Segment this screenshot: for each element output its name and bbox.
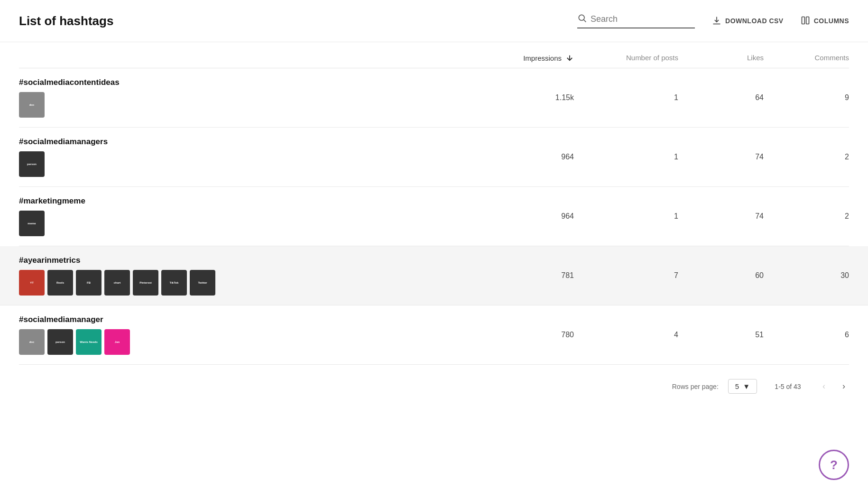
svg-line-1 — [584, 20, 586, 22]
pagination-next-button[interactable]: › — [839, 379, 849, 393]
comments-value: 9 — [764, 93, 849, 102]
thumbnails: doc person Wants Needs Jan — [19, 329, 470, 355]
search-container[interactable] — [577, 13, 695, 28]
columns-icon — [801, 16, 810, 27]
impressions-value: 964 — [470, 212, 574, 221]
download-icon — [712, 16, 721, 27]
table-row: #socialmediamanagers person 964 1 74 2 — [19, 128, 849, 187]
thumbnail: TikTok — [161, 270, 187, 296]
likes-value: 60 — [678, 271, 764, 280]
page-header: List of hashtags DOWNLOAD CSV — [0, 0, 868, 42]
hashtag-name: #socialmediacontentideas — [19, 78, 470, 87]
table-row: #socialmediamanager doc person Wants Nee… — [19, 305, 849, 365]
hashtag-name: #ayearinmetrics — [19, 256, 470, 265]
likes-value: 64 — [678, 93, 764, 102]
download-csv-button[interactable]: DOWNLOAD CSV — [712, 16, 784, 27]
thumbnail: Jan — [104, 329, 130, 355]
hashtag-name: #marketingmeme — [19, 196, 470, 206]
thumbnail: Wants Needs — [76, 329, 102, 355]
col-header-likes: Likes — [678, 54, 764, 62]
likes-value: 74 — [678, 212, 764, 221]
header-actions: DOWNLOAD CSV COLUMNS — [577, 13, 849, 28]
comments-value: 2 — [764, 212, 849, 221]
likes-value: 51 — [678, 331, 764, 339]
chevron-right-icon: › — [842, 381, 845, 391]
impressions-value: 964 — [470, 153, 574, 161]
hashtag-name: #socialmediamanagers — [19, 137, 470, 147]
columns-label: COLUMNS — [814, 17, 849, 25]
chevron-left-icon: ‹ — [822, 381, 825, 391]
thumbnail: chart — [104, 270, 130, 296]
page-title: List of hashtags — [19, 14, 113, 28]
row-left: #marketingmeme meme — [19, 196, 470, 236]
hashtag-name: #socialmediamanager — [19, 315, 470, 324]
table-row: #ayearinmetrics YT Reels FB chart Pinter… — [0, 246, 868, 305]
download-csv-label: DOWNLOAD CSV — [725, 17, 784, 25]
posts-value: 1 — [574, 93, 678, 102]
pagination-prev-button[interactable]: ‹ — [819, 379, 829, 393]
impressions-value: 1.15k — [470, 93, 574, 102]
col-header-posts: Number of posts — [574, 54, 678, 62]
search-input[interactable] — [591, 14, 695, 24]
search-icon — [577, 13, 587, 25]
pagination-info: 1-5 of 43 — [766, 383, 809, 390]
impressions-value: 781 — [470, 271, 574, 280]
thumbnail: FB — [76, 270, 102, 296]
row-left: #ayearinmetrics YT Reels FB chart Pinter… — [19, 256, 470, 296]
thumbnails: YT Reels FB chart Pinterest TikTok Twitt… — [19, 270, 470, 296]
columns-button[interactable]: COLUMNS — [801, 16, 849, 27]
posts-value: 7 — [574, 271, 678, 280]
thumbnails: doc — [19, 92, 470, 118]
table-body: #socialmediacontentideas doc 1.15k 1 64 … — [19, 68, 849, 365]
thumbnail: Twitter — [190, 270, 215, 296]
col-header-comments: Comments — [764, 54, 849, 62]
comments-value: 30 — [764, 271, 849, 280]
thumbnails: person — [19, 151, 470, 177]
col-header-impressions[interactable]: Impressions — [470, 54, 574, 62]
thumbnail: person — [47, 329, 73, 355]
rows-per-page-chevron-icon: ▼ — [743, 382, 750, 390]
thumbnails: meme — [19, 211, 470, 236]
rows-per-page-label: Rows per page: — [672, 383, 719, 390]
svg-rect-3 — [806, 17, 809, 24]
col-header-name — [19, 54, 470, 62]
table-row: #marketingmeme meme 964 1 74 2 — [19, 187, 849, 246]
row-left: #socialmediacontentideas doc — [19, 78, 470, 118]
row-left: #socialmediamanagers person — [19, 137, 470, 177]
row-left: #socialmediamanager doc person Wants Nee… — [19, 315, 470, 355]
thumbnail: doc — [19, 329, 45, 355]
thumbnail: doc — [19, 92, 45, 118]
thumbnail: Reels — [47, 270, 73, 296]
table-container: Impressions Number of posts Likes Commen… — [0, 42, 868, 365]
table-footer: Rows per page: 5 ▼ 1-5 of 43 ‹ › — [0, 370, 868, 403]
svg-point-0 — [579, 15, 584, 20]
posts-value: 1 — [574, 212, 678, 221]
svg-rect-2 — [802, 17, 804, 24]
sort-arrow-icon[interactable] — [565, 54, 574, 62]
comments-value: 2 — [764, 153, 849, 161]
likes-value: 74 — [678, 153, 764, 161]
comments-value: 6 — [764, 331, 849, 339]
posts-value: 4 — [574, 331, 678, 339]
thumbnail: YT — [19, 270, 45, 296]
table-row: #socialmediacontentideas doc 1.15k 1 64 … — [19, 68, 849, 128]
help-icon: ? — [830, 458, 838, 472]
thumbnail: Pinterest — [133, 270, 158, 296]
thumbnail: person — [19, 151, 45, 177]
rows-per-page-select[interactable]: 5 ▼ — [728, 379, 757, 394]
impressions-value: 780 — [470, 331, 574, 339]
thumbnail: meme — [19, 211, 45, 236]
help-button[interactable]: ? — [819, 450, 849, 480]
rows-per-page-value: 5 — [735, 382, 739, 390]
table-header: Impressions Number of posts Likes Commen… — [19, 42, 849, 68]
posts-value: 1 — [574, 153, 678, 161]
